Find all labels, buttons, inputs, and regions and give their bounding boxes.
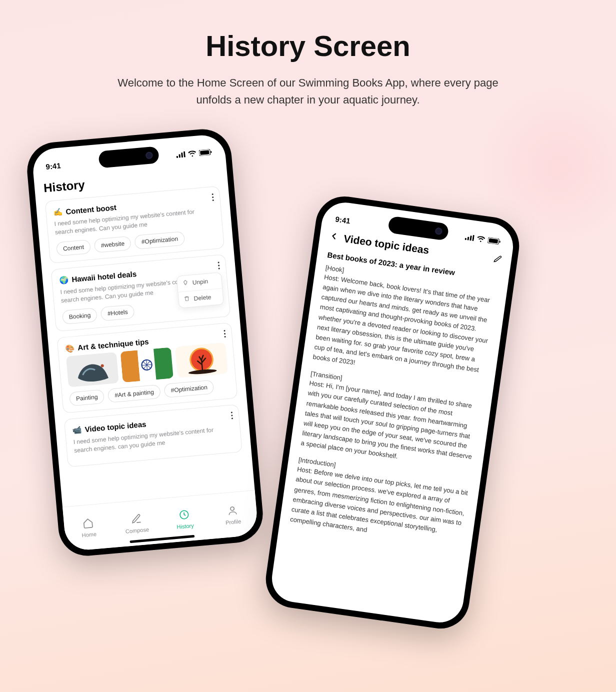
- signal-icon: [464, 232, 474, 242]
- chip-website[interactable]: #website: [94, 236, 132, 253]
- thumbnail-tree[interactable]: [175, 342, 228, 378]
- nav-profile[interactable]: Profile: [206, 490, 258, 539]
- phone-detail: 9:41 Video topic ideas: [262, 193, 523, 632]
- pin-icon: [182, 280, 188, 288]
- card-menu-button[interactable]: [212, 192, 214, 202]
- chip-optimization[interactable]: #Optimization: [134, 231, 185, 250]
- compose-icon: [130, 512, 142, 526]
- svg-rect-0: [176, 156, 178, 158]
- card-emoji: 📹: [72, 425, 82, 435]
- card-popover: Unpin Delete: [176, 272, 224, 308]
- popover-unpin-label: Unpin: [192, 278, 208, 286]
- card-menu-button[interactable]: [224, 328, 226, 338]
- profile-icon: [226, 504, 238, 518]
- chip-content[interactable]: Content: [56, 240, 91, 256]
- nav-history-label: History: [176, 522, 194, 530]
- chip-booking[interactable]: Booking: [62, 308, 98, 324]
- nav-profile-label: Profile: [226, 518, 242, 526]
- back-icon[interactable]: [328, 230, 340, 244]
- popover-delete[interactable]: Delete: [178, 288, 223, 308]
- status-time: 9:41: [335, 214, 351, 225]
- chip-optimization[interactable]: #Optimization: [164, 380, 214, 398]
- svg-rect-24: [467, 236, 469, 240]
- svg-rect-1: [178, 154, 180, 158]
- battery-icon: [199, 148, 212, 157]
- chip-painting[interactable]: Painting: [69, 389, 105, 406]
- card-emoji: ✍️: [53, 207, 63, 217]
- signal-icon: [176, 150, 186, 160]
- svg-rect-28: [488, 238, 498, 243]
- edit-icon[interactable]: [492, 254, 503, 266]
- card-menu-button[interactable]: [218, 260, 220, 270]
- page-subtitle: Welcome to the Home Screen of our Swimmi…: [100, 74, 516, 108]
- history-card[interactable]: ✍️ Content boost I need some help optimi…: [45, 186, 225, 264]
- card-emoji: 🎨: [65, 344, 75, 354]
- history-card[interactable]: 🎨 Art & technique tips: [56, 322, 238, 413]
- svg-rect-29: [499, 240, 500, 242]
- battery-icon: [488, 236, 502, 246]
- nav-home[interactable]: Home: [62, 503, 114, 552]
- card-title-text: Video topic ideas: [84, 420, 146, 434]
- chip-hotels[interactable]: #Hotels: [100, 304, 135, 321]
- thumbnail-flag[interactable]: [120, 347, 174, 382]
- card-title-text: Hawaii hotel deals: [72, 270, 137, 284]
- history-card[interactable]: 📹 Video topic ideas I need some help opt…: [64, 404, 242, 468]
- popover-delete-label: Delete: [194, 294, 212, 302]
- wifi-icon: [188, 149, 196, 158]
- card-title-text: Content boost: [66, 202, 117, 216]
- card-menu-button[interactable]: [230, 410, 233, 420]
- history-card[interactable]: Unpin Delete 🌍 Hawaii hotel deals I need…: [51, 254, 231, 332]
- bottom-nav: Home Compose History Profile: [62, 490, 258, 552]
- status-time: 9:41: [46, 161, 61, 171]
- trash-icon: [184, 296, 190, 304]
- nav-compose-label: Compose: [125, 526, 149, 534]
- svg-rect-2: [181, 152, 183, 158]
- svg-rect-23: [465, 238, 467, 240]
- home-icon: [82, 517, 94, 530]
- thumbnail-bird[interactable]: [66, 352, 119, 388]
- nav-home-label: Home: [82, 530, 96, 538]
- card-emoji: 🌍: [59, 276, 69, 286]
- svg-point-22: [230, 506, 234, 510]
- svg-rect-25: [470, 236, 472, 240]
- phone-history: 9:41 History ✍️ Content boost: [25, 127, 266, 558]
- svg-rect-3: [184, 151, 186, 157]
- svg-rect-6: [210, 150, 212, 152]
- svg-rect-26: [472, 234, 474, 240]
- history-icon: [178, 508, 190, 522]
- svg-rect-5: [200, 150, 210, 155]
- wifi-icon: [476, 234, 486, 244]
- chip-art-painting[interactable]: #Art & painting: [108, 384, 161, 402]
- page-title: History Screen: [0, 29, 616, 62]
